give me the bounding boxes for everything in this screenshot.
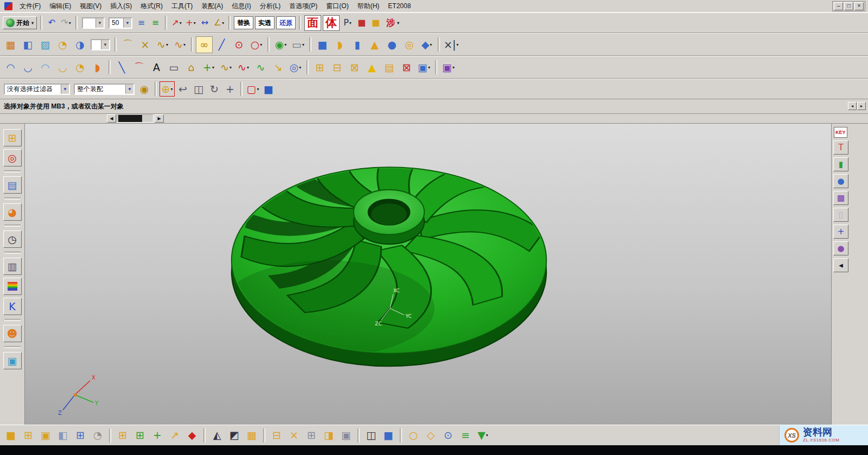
rect-select-icon[interactable]: ▢▾ (245, 81, 260, 97)
datum-plane-icon[interactable]: ◧ (20, 36, 36, 53)
chevron-down-icon[interactable]: ▼ (101, 40, 109, 49)
interference-check-icon[interactable]: ■ (380, 427, 397, 444)
scroll-right-button[interactable]: ▶ (155, 114, 164, 123)
menu-format[interactable]: 格式(R) (136, 0, 167, 12)
intersect-curve-icon[interactable]: × (137, 36, 154, 53)
gold-solid-icon[interactable]: ■ (369, 16, 382, 30)
menu-information[interactable]: 信息(I) (227, 0, 255, 12)
shape-select[interactable]: ▼ (91, 39, 110, 50)
bridge-curve-icon[interactable]: ⌒ (119, 36, 136, 53)
spline-icon[interactable]: ∿▾ (171, 36, 188, 53)
mesh-surface-icon[interactable]: ◡ (20, 59, 36, 76)
palette-icon[interactable] (3, 278, 22, 295)
measure-distance-icon[interactable]: ↔ (198, 16, 212, 30)
part-family-icon[interactable]: ⊞ (20, 427, 36, 444)
menu-assemblies[interactable]: 装配(A) (197, 0, 227, 12)
chevron-down-icon[interactable]: ▼ (123, 18, 131, 28)
scroll-left-button[interactable]: ◀ (107, 114, 116, 123)
in-box-icon[interactable]: ▣ (37, 427, 54, 444)
new-component-icon[interactable]: ⊞ (132, 427, 148, 444)
wave-note-icon[interactable]: ⊠ (346, 59, 363, 76)
undo-selection-icon[interactable]: ↩ (175, 81, 190, 97)
offset-curve-icon[interactable]: ∿▾ (235, 59, 252, 76)
maximize-button[interactable]: □ (844, 2, 853, 10)
boolean-unite-icon[interactable]: ◉▾ (272, 36, 289, 53)
cone-icon[interactable]: ▲ (366, 36, 383, 53)
mirror-assembly-icon[interactable]: ◭ (209, 427, 225, 444)
snap-point-icon[interactable]: ⊕▾ (159, 81, 175, 97)
menu-analysis[interactable]: 分析(L) (256, 0, 285, 12)
visualization-icon[interactable]: K (3, 298, 22, 315)
new-part-icon[interactable]: ■ (3, 427, 19, 444)
wave-delete-icon[interactable]: ⊠ (398, 59, 415, 76)
section-curve-icon[interactable]: ∿▾ (154, 36, 171, 53)
capsule-tool-icon[interactable]: ▮ (833, 157, 848, 171)
snap-constraint-icon[interactable]: ◩ (226, 427, 242, 444)
point-icon[interactable]: +▾ (200, 59, 217, 76)
joint-icon[interactable]: ⊞ (303, 427, 320, 444)
copy-face-icon[interactable]: P▾ (341, 16, 354, 30)
system-materials-icon[interactable]: ▥ (3, 258, 22, 275)
create-plus-icon[interactable]: + (149, 427, 165, 444)
boss-icon[interactable]: ◆▾ (418, 36, 435, 53)
wave-link-icon[interactable]: ⊟ (329, 59, 346, 76)
gray-part-icon[interactable]: ◔ (90, 427, 106, 444)
measure-angle-icon[interactable]: ∠▾ (212, 16, 226, 30)
revolve-icon[interactable]: ◑ (72, 36, 88, 53)
replace-component-icon[interactable]: ◆ (184, 427, 200, 444)
wave-warn-icon[interactable]: ▲ (363, 59, 380, 76)
part-navigator-icon[interactable]: ▤ (3, 176, 22, 194)
start-button[interactable]: 开始▾ (3, 16, 37, 29)
translucency-button[interactable]: 实透 (255, 16, 275, 29)
arc2-icon[interactable]: ⌒ (131, 59, 148, 76)
join-curve-icon[interactable]: ∿ (252, 59, 269, 76)
reuse-library-icon[interactable]: ◕ (3, 203, 22, 221)
swept-surface-icon[interactable]: ◠ (37, 59, 54, 76)
wave-geometry-icon[interactable]: ⊞ (311, 59, 328, 76)
ring-icon[interactable]: ○ (405, 427, 422, 444)
replace-button[interactable]: 替换 (234, 16, 253, 29)
sequence-icon[interactable]: ▣ (338, 427, 354, 444)
chevron-down-icon[interactable]: ▼ (61, 85, 69, 94)
add-component-icon[interactable]: ⊞ (114, 427, 131, 444)
polygon-icon[interactable]: ⌂ (183, 59, 200, 76)
constraint-navigator-icon[interactable]: ◎ (3, 149, 22, 166)
trim-body-icon[interactable]: ×|▾ (443, 36, 459, 53)
face-button[interactable]: 面 (304, 15, 321, 31)
stack-parts-icon[interactable]: ◧ (55, 427, 71, 444)
more-tools-icon[interactable]: ▼▾ (475, 427, 491, 444)
body-button[interactable]: 体 (323, 15, 340, 31)
chevron-down-icon[interactable]: ▼ (95, 18, 104, 28)
wave-doc-icon[interactable]: ▤ (381, 59, 398, 76)
menu-edit[interactable]: 编辑(E) (45, 0, 75, 12)
line-style-select[interactable]: ▼ (82, 17, 105, 29)
prompt-scroll-right-button[interactable]: ▸ (857, 102, 866, 110)
graphics-viewport[interactable]: XC YC ZC X Y Z (25, 124, 831, 425)
post-tool-icon[interactable]: T (833, 140, 848, 155)
line-icon[interactable]: ╱ (213, 36, 230, 53)
exploded-view-icon[interactable]: ⊟ (269, 427, 285, 444)
menu-preferences[interactable]: 首选项(P) (285, 0, 322, 12)
primitive-block-icon[interactable]: ▭▾ (290, 36, 307, 53)
menu-help[interactable]: 帮助(H) (353, 0, 384, 12)
ball-tool-icon[interactable]: ● (833, 241, 848, 255)
link-icon[interactable]: ∞ (196, 36, 213, 53)
section-surface-icon[interactable]: ◗ (89, 59, 106, 76)
history-icon[interactable]: ◷ (3, 230, 22, 248)
scroll-track[interactable] (117, 114, 154, 123)
menu-view[interactable]: 视图(V) (75, 0, 106, 12)
layer-spinner[interactable]: 50▼ (108, 17, 132, 29)
key-button[interactable]: KEY (834, 127, 847, 138)
attributes-icon[interactable]: ≡ (457, 427, 474, 444)
sketch-icon[interactable]: ▦ (2, 36, 19, 53)
extrude-icon[interactable]: ■ (314, 36, 331, 53)
menu-tools[interactable]: 工具(T) (167, 0, 197, 12)
clearance-icon[interactable]: ◫ (363, 427, 379, 444)
tube-icon[interactable]: ◎▾ (287, 59, 304, 76)
rectangle-icon[interactable]: ▭ (165, 59, 182, 76)
collapse-arrow[interactable]: ◂ (833, 258, 848, 272)
interference-button[interactable]: 涉▾ (384, 16, 402, 29)
scope-select[interactable]: 整个装配▼ (74, 84, 135, 95)
move-component-icon[interactable]: ↗ (167, 427, 183, 444)
through-curves-icon[interactable]: ◠ (2, 59, 19, 76)
